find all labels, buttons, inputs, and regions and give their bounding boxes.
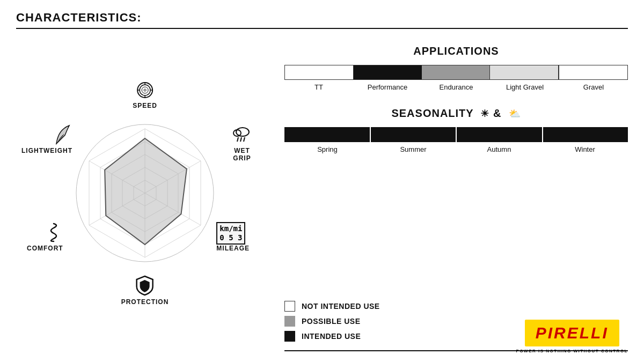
app-segment-gravel	[559, 65, 627, 79]
pirelli-badge: PIRELLI	[525, 320, 619, 346]
svg-line-12	[244, 137, 245, 142]
app-label-tt: TT	[284, 83, 353, 91]
app-label-light-gravel: Light Gravel	[491, 83, 559, 91]
season-label-spring: Spring	[284, 145, 370, 153]
header: CHARACTERISTICS:	[16, 11, 628, 29]
spacer	[284, 153, 628, 285]
legend-label-possible: POSSIBLE USE	[302, 317, 360, 326]
wetgrip-label: WETGRIP	[232, 147, 252, 162]
applications-title: APPLICATIONS	[284, 45, 628, 57]
seasonality-section: SEASONALITY ☀ & ⛅ Spring Summer Autumn W…	[284, 107, 628, 153]
season-label-winter: Winter	[542, 145, 628, 153]
legend-box-intended	[284, 331, 295, 342]
season-label-autumn: Autumn	[456, 145, 542, 153]
comfort-group: COMFORT	[27, 221, 63, 252]
legend-not-intended: NOT INTENDED USE	[284, 301, 628, 312]
season-winter	[542, 127, 628, 142]
page-title: CHARACTERISTICS:	[16, 11, 628, 25]
wetgrip-group: WETGRIP	[231, 123, 252, 162]
app-segment-endurance	[422, 65, 490, 79]
app-labels: TT Performance Endurance Light Gravel Gr…	[284, 83, 628, 91]
svg-line-11	[240, 137, 241, 142]
legend-box-not-intended	[284, 301, 295, 312]
seasonality-bar	[284, 127, 628, 142]
season-spring	[284, 127, 370, 142]
applications-section: APPLICATIONS TT Performance Endurance Li…	[284, 45, 628, 91]
comfort-icon	[44, 221, 63, 242]
app-segment-performance	[354, 65, 422, 79]
svg-point-1	[140, 85, 150, 95]
svg-point-9	[233, 130, 241, 136]
svg-point-8	[236, 128, 249, 136]
comfort-label: COMFORT	[27, 245, 63, 252]
pirelli-slogan: POWER IS NOTHING WITHOUT CONTROL	[516, 349, 628, 353]
sun-icon: ☀	[480, 108, 489, 119]
right-panel: APPLICATIONS TT Performance Endurance Li…	[284, 34, 628, 351]
speed-group: SPEED	[133, 80, 157, 109]
app-segment-light-gravel	[489, 65, 559, 79]
svg-line-10	[237, 137, 238, 142]
seasonality-title: SEASONALITY ☀ & ⛅	[284, 107, 628, 120]
app-label-gravel: Gravel	[559, 83, 628, 91]
season-label-summer: Summer	[370, 145, 456, 153]
app-label-endurance: Endurance	[422, 83, 491, 91]
pirelli-name: PIRELLI	[536, 324, 609, 342]
cloud-icon: ⛅	[509, 108, 521, 119]
header-divider	[16, 28, 628, 29]
radar-panel: SPEED WETGRIP	[16, 34, 274, 351]
legend-box-possible	[284, 316, 295, 327]
app-label-performance: Performance	[353, 83, 422, 91]
main-content: SPEED WETGRIP	[16, 34, 628, 351]
wetgrip-icon	[231, 123, 252, 145]
speed-icon	[135, 80, 155, 100]
page-container: CHARACTERISTICS:	[0, 0, 644, 362]
protection-group: PROTECTION	[121, 275, 169, 306]
legend-label-not-intended: NOT INTENDED USE	[302, 302, 380, 311]
pirelli-logo: PIRELLI POWER IS NOTHING WITHOUT CONTROL	[516, 320, 628, 353]
svg-point-3	[144, 89, 146, 91]
season-labels: Spring Summer Autumn Winter	[284, 145, 628, 153]
radar-chart-svg	[64, 107, 225, 279]
svg-point-2	[142, 87, 148, 93]
applications-bar	[284, 65, 628, 80]
season-autumn	[456, 127, 542, 142]
protection-label: PROTECTION	[121, 298, 169, 306]
radar-container: SPEED WETGRIP	[43, 75, 247, 311]
legend-label-intended: INTENDED USE	[302, 332, 361, 341]
season-summer	[370, 127, 456, 142]
app-segment-tt	[285, 65, 354, 79]
